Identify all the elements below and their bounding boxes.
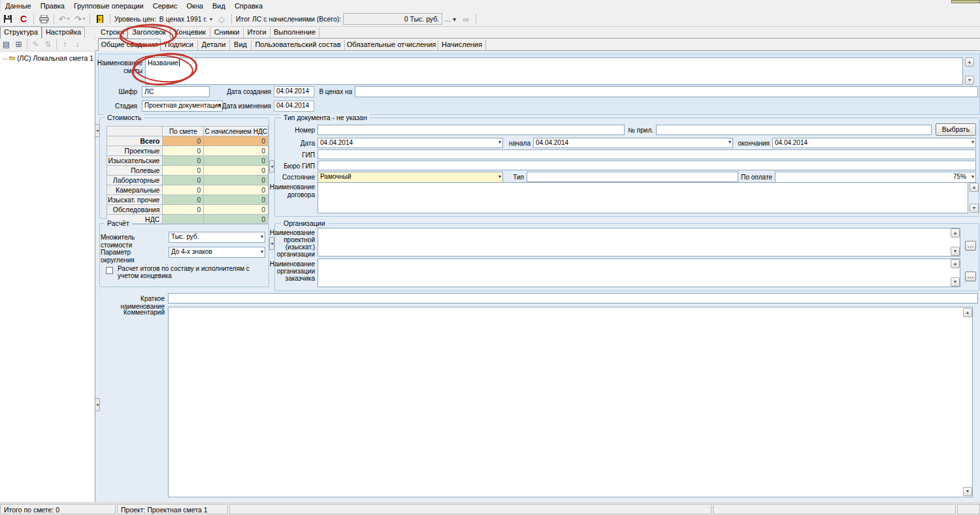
price-level-combo[interactable]: В ценах 1991 г. ▾ — [158, 12, 214, 25]
undo-dropdown-icon[interactable]: ▾ — [67, 16, 70, 22]
payment-combo[interactable]: 75% ▾ — [775, 172, 976, 183]
short-name-input[interactable] — [168, 293, 978, 304]
price-level-value: В ценах 1991 г. — [159, 15, 207, 23]
collapse-handle[interactable]: ◂ — [95, 124, 100, 137]
collapse-handle[interactable]: ◂ — [269, 160, 274, 173]
type-input[interactable] — [527, 172, 738, 182]
scroll-down-icon: ▼ — [953, 249, 958, 253]
scroll-down-button[interactable]: ▼ — [970, 204, 979, 213]
menu-edit[interactable]: Правка — [36, 1, 69, 11]
doc-appendix-input[interactable] — [656, 125, 932, 135]
multiplier-combo[interactable]: Тыс. руб. ▾ — [169, 232, 265, 243]
redo-dropdown-icon[interactable]: ▾ — [83, 16, 86, 22]
subtab-mandatory-deductions[interactable]: Обязательные отчисления — [345, 40, 438, 50]
scroll-down-button[interactable]: ▼ — [951, 277, 960, 287]
link-button[interactable]: ∞ — [458, 12, 474, 25]
state-combo[interactable]: Рамочный ▾ — [318, 172, 503, 183]
undo-button[interactable]: ↶ ▾ — [56, 12, 72, 25]
main-toolbar: C ↶ ▾ ↷ ▾ Уровень цен: — [0, 12, 980, 27]
cost-row: Лабораторные 0 0 — [107, 176, 269, 185]
gip-bureau-input[interactable] — [318, 161, 976, 170]
estimate-name-input[interactable]: Название — [145, 57, 963, 85]
tab-execution[interactable]: Выполнение — [270, 27, 319, 38]
scroll-down-button[interactable]: ▼ — [951, 247, 960, 256]
orgs-group-title: Организации — [281, 219, 328, 227]
totals-by-structure-checkbox[interactable] — [106, 267, 113, 274]
collapse-handle[interactable]: ◂ — [269, 237, 274, 250]
menu-view[interactable]: Вид — [208, 1, 230, 11]
chevron-down-icon: ▾ — [210, 16, 212, 22]
tab-rows[interactable]: Строки — [98, 27, 127, 38]
print-button[interactable] — [36, 12, 52, 25]
tree-windows-icon: ⊞ — [15, 40, 22, 49]
redo-button[interactable]: ↷ ▾ — [72, 12, 88, 25]
subtab-user-structure[interactable]: Пользовательский состав — [252, 40, 345, 50]
refresh-button[interactable]: C — [16, 12, 31, 25]
start-date-combo[interactable]: 04.04.2014 ▾ — [533, 138, 733, 148]
choose-button[interactable]: Выбрать — [936, 123, 976, 136]
comment-textarea[interactable] — [168, 307, 973, 497]
tree-edit-button[interactable]: ✎ — [29, 39, 42, 50]
customer-org-textarea[interactable] — [318, 258, 960, 287]
tree-sort-button[interactable]: ⇅ — [42, 39, 54, 50]
stage-combo[interactable]: Проектная документация ▾ — [142, 101, 223, 112]
menu-help[interactable]: Справка — [230, 1, 267, 11]
design-org-textarea[interactable] — [318, 228, 960, 257]
menu-group-operations[interactable]: Групповые операции — [69, 1, 148, 11]
gip-label: ГИП — [274, 151, 315, 159]
menu-windows[interactable]: Окна — [182, 1, 208, 11]
code-input[interactable]: ЛС — [142, 86, 210, 97]
subtab-general[interactable]: Общие сведения — [98, 39, 161, 51]
tree-save-layout-button[interactable]: ▤ — [0, 39, 12, 50]
doc-number-input[interactable] — [318, 125, 625, 135]
save-button[interactable] — [0, 12, 16, 25]
scroll-up-button[interactable]: ▲ — [970, 183, 979, 192]
contract-name-label: Наименование договора — [269, 183, 315, 199]
prices-on-label: В ценах на — [318, 88, 352, 96]
prices-on-input[interactable] — [355, 86, 978, 97]
contract-name-textarea[interactable] — [318, 182, 968, 213]
rounding-combo[interactable]: До 4-х знаков ▾ — [169, 247, 265, 258]
scroll-up-button[interactable]: ▲ — [951, 228, 960, 238]
end-date-combo[interactable]: 04.04.2014 ▾ — [772, 138, 976, 148]
tab-header[interactable]: Заголовок — [127, 26, 171, 39]
multiplier-label: Множитель стоимости — [101, 234, 166, 249]
subtab-details[interactable]: Детали — [198, 40, 230, 50]
move-up-button[interactable]: ↑ — [59, 39, 71, 50]
tab-structure[interactable]: Структура — [0, 26, 42, 39]
collapse-handle[interactable]: ◂ — [95, 398, 100, 411]
doc-date-combo[interactable]: 04.04.2014 ▾ — [318, 138, 503, 148]
doc-number-label: Номер — [274, 127, 315, 134]
cost-row: Изыскательские 0 0 — [107, 156, 269, 166]
chevron-down-icon: ▾ — [498, 172, 501, 181]
tree-windows-button[interactable]: ⊞ — [12, 39, 25, 50]
tab-totals[interactable]: Итоги — [244, 27, 270, 38]
design-org-browse-button[interactable]: … — [965, 241, 976, 251]
chevron-down-icon: ▾ — [498, 138, 501, 147]
scroll-up-button[interactable]: ▲ — [965, 57, 974, 67]
subtab-view[interactable]: Вид — [230, 40, 252, 50]
customer-org-browse-button[interactable]: … — [965, 272, 976, 281]
tree-item-local-estimate[interactable]: --- (ЛС) Локальная смета 1 — [0, 52, 95, 62]
scroll-down-button[interactable]: ▼ — [965, 76, 974, 85]
scroll-down-button[interactable]: ▼ — [963, 487, 972, 496]
move-down-button[interactable]: ↓ — [71, 39, 84, 50]
toolbar-separator — [476, 14, 476, 24]
subtab-signatures[interactable]: Подписи — [161, 40, 198, 50]
menu-data[interactable]: Данные — [1, 1, 36, 11]
exit-button[interactable] — [92, 12, 108, 25]
estimate-name-value: Название — [148, 59, 178, 67]
scroll-up-button[interactable]: ▲ — [951, 259, 960, 268]
tab-snapshots[interactable]: Снимки — [210, 27, 244, 38]
price-level-apply-button[interactable]: ◇ — [214, 12, 229, 25]
tab-settings[interactable]: Настройка — [42, 27, 85, 38]
multiplier-value: Тыс. руб. — [171, 233, 199, 240]
cost-cell: 0 — [204, 136, 269, 146]
tab-footer[interactable]: Концевик — [171, 27, 210, 38]
menu-service[interactable]: Сервис — [148, 1, 182, 11]
gip-input[interactable] — [318, 149, 976, 159]
scroll-up-button[interactable]: ▲ — [963, 308, 972, 317]
totals-more-button[interactable]: … ▾ — [442, 12, 458, 25]
design-org-label: Наименование проектной (изыскат.) органи… — [269, 229, 315, 258]
subtab-accruals[interactable]: Начисления — [438, 40, 486, 50]
